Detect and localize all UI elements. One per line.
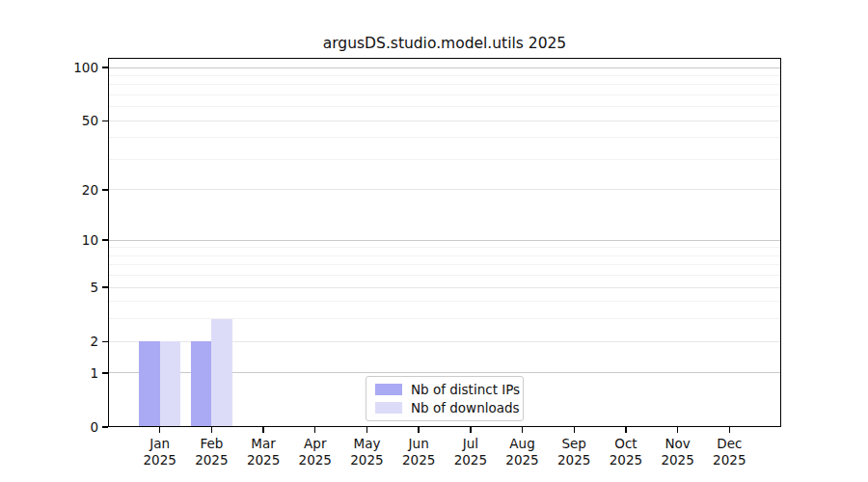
plot-area <box>108 58 781 427</box>
x-tick-label-line: 2025 <box>698 452 760 469</box>
legend-row-downloads: Nb of downloads <box>375 400 514 415</box>
gridline-major <box>108 120 781 121</box>
legend-swatch-distinct-ips <box>375 384 402 395</box>
y-tick-label: 1 <box>90 364 98 382</box>
gridline-minor <box>108 275 781 276</box>
gridline-decade <box>108 67 781 68</box>
x-tick-mark <box>211 427 212 433</box>
gridline-minor <box>108 255 781 256</box>
x-tick-mark <box>314 427 315 433</box>
gridline-decade <box>108 240 781 241</box>
x-tick-mark <box>262 427 263 433</box>
x-tick-mark <box>574 427 575 433</box>
gridline-minor <box>108 318 781 319</box>
y-tick-label: 10 <box>82 231 98 249</box>
gridline-major <box>108 287 781 288</box>
x-tick-label-line: Dec <box>698 436 760 452</box>
gridline-minor <box>108 106 781 107</box>
legend-label-distinct-ips: Nb of distinct IPs <box>411 382 520 397</box>
gridline-major <box>108 189 781 190</box>
y-axis: 0125102050100 <box>0 58 108 427</box>
x-tick-mark <box>625 427 626 433</box>
y-tick-label: 100 <box>73 59 98 76</box>
x-tick-mark <box>366 427 367 433</box>
bar-nb-of-distinct-ips <box>191 341 212 427</box>
x-tick-mark <box>522 427 523 433</box>
figure: argusDS.studio.model.utils 2025 01251020… <box>0 0 868 482</box>
legend-label-downloads: Nb of downloads <box>411 400 520 415</box>
gridline-minor <box>108 94 781 95</box>
x-tick-mark <box>159 427 160 433</box>
legend-row-distinct-ips: Nb of distinct IPs <box>375 382 514 397</box>
gridline-minor <box>108 159 781 160</box>
gridline-minor <box>108 137 781 138</box>
bar-nb-of-distinct-ips <box>139 341 160 427</box>
legend: Nb of distinct IPs Nb of downloads <box>366 376 524 421</box>
y-tick-label: 2 <box>90 333 98 350</box>
x-tick-label: Dec2025 <box>698 436 760 469</box>
x-tick-mark <box>729 427 730 433</box>
bar-nb-of-downloads <box>211 319 232 427</box>
chart-title: argusDS.studio.model.utils 2025 <box>108 35 781 52</box>
x-tick-mark <box>418 427 419 433</box>
y-tick-label: 0 <box>90 418 98 436</box>
x-tick-mark <box>470 427 471 433</box>
y-tick-label: 20 <box>82 181 98 199</box>
x-tick-mark <box>677 427 678 433</box>
legend-swatch-downloads <box>375 402 402 414</box>
gridline-minor <box>108 301 781 302</box>
gridline-minor <box>108 75 781 76</box>
bar-nb-of-downloads <box>160 341 181 427</box>
gridline-minor <box>108 84 781 85</box>
gridline-minor <box>108 264 781 265</box>
gridline-minor <box>108 247 781 248</box>
x-axis: Jan2025Feb2025Mar2025Apr2025May2025Jun20… <box>108 427 781 481</box>
y-tick-label: 5 <box>90 279 98 296</box>
y-tick-label: 50 <box>82 112 98 129</box>
